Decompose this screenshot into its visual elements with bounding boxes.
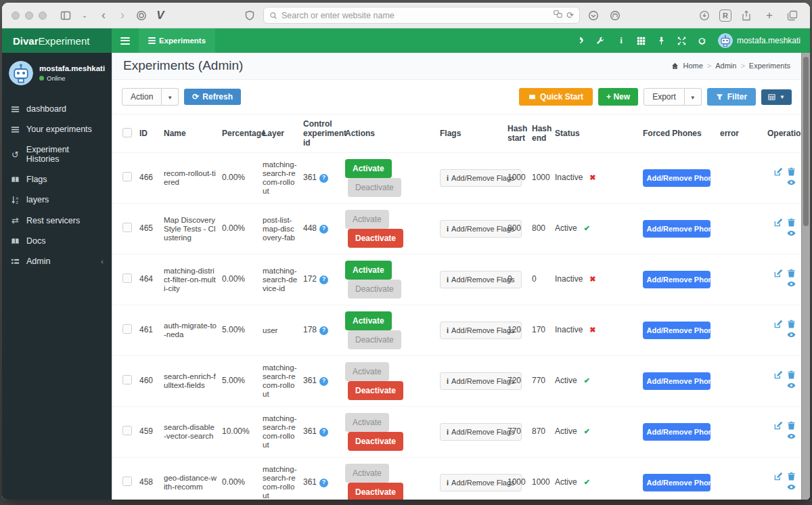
extension-target-icon[interactable] <box>133 7 150 24</box>
address-bar[interactable]: Search or enter website name ⟳ <box>263 7 580 24</box>
deactivate-button[interactable]: Deactivate <box>348 483 403 500</box>
tab-overview-icon[interactable] <box>784 7 800 24</box>
scrollbar[interactable] <box>801 53 810 500</box>
row-checkbox[interactable] <box>122 324 132 334</box>
edit-icon[interactable] <box>774 370 783 379</box>
downloads-icon[interactable] <box>696 7 713 24</box>
reload-icon[interactable]: ⟳ <box>566 10 574 20</box>
deactivate-button[interactable]: Deactivate <box>348 330 401 349</box>
new-button[interactable]: + New <box>598 88 638 106</box>
help-icon[interactable]: ? <box>319 326 328 335</box>
settings-gear-icon[interactable] <box>572 32 589 49</box>
row-checkbox[interactable] <box>122 273 132 283</box>
export-button[interactable]: Export <box>644 88 685 106</box>
filter-button[interactable]: Filter <box>707 88 756 106</box>
view-icon[interactable] <box>787 280 796 288</box>
view-icon[interactable] <box>787 483 796 491</box>
pocket-icon[interactable] <box>585 7 602 24</box>
activate-button[interactable]: Activate <box>345 464 389 483</box>
deactivate-button[interactable]: Deactivate <box>348 280 401 299</box>
help-icon[interactable]: ? <box>319 276 328 284</box>
delete-icon[interactable] <box>787 370 796 379</box>
view-icon[interactable] <box>787 381 796 390</box>
deactivate-button[interactable]: Deactivate <box>348 432 403 451</box>
sidebar-item-dashboard[interactable]: dashboard <box>2 99 112 119</box>
edit-icon[interactable] <box>774 472 783 481</box>
fullscreen-icon[interactable] <box>673 32 691 49</box>
add-remove-phone-button[interactable]: Add/Remove Phone <box>643 322 710 339</box>
view-icon[interactable] <box>787 229 796 238</box>
translate-icon[interactable] <box>554 10 562 21</box>
sidebar-item-your-experiments[interactable]: Your experiments <box>2 119 112 139</box>
back-button[interactable]: ‹ <box>95 7 112 24</box>
add-remove-phone-button[interactable]: Add/Remove Phone <box>643 220 710 238</box>
pin-icon[interactable] <box>653 32 671 49</box>
activate-button[interactable]: Activate <box>345 210 389 229</box>
row-checkbox[interactable] <box>122 375 132 385</box>
row-checkbox[interactable] <box>122 477 132 486</box>
scrollbar-thumb[interactable] <box>803 57 809 226</box>
sidebar-item-experiment-histories[interactable]: ↺ Experiment Histories <box>2 139 112 169</box>
app-logo[interactable]: DivarExperiment <box>2 28 112 53</box>
sidebar-collapse-button[interactable] <box>112 28 139 53</box>
quick-start-button[interactable]: Quick Start <box>519 88 593 106</box>
delete-icon[interactable] <box>787 472 796 481</box>
activate-button[interactable]: Activate <box>345 261 392 280</box>
edit-icon[interactable] <box>774 218 783 227</box>
row-checkbox[interactable] <box>122 172 132 181</box>
sidebar-item-admin[interactable]: Admin ‹ <box>2 251 112 271</box>
delete-icon[interactable] <box>787 218 796 227</box>
action-button[interactable]: Action <box>122 88 162 106</box>
tab-experiments[interactable]: Experiments <box>139 28 215 53</box>
apps-grid-icon[interactable] <box>633 32 650 49</box>
share-icon[interactable] <box>738 7 754 24</box>
help-icon[interactable]: ? <box>319 225 328 234</box>
extension-m-icon[interactable] <box>607 7 623 24</box>
new-tab-icon[interactable]: + <box>761 7 777 24</box>
add-remove-phone-button[interactable]: Add/Remove Phone <box>643 423 710 441</box>
view-icon[interactable] <box>787 432 796 441</box>
export-dropdown-button[interactable]: ▼ <box>685 88 702 106</box>
extension-r-icon[interactable]: R <box>719 9 731 22</box>
row-checkbox[interactable] <box>122 426 132 435</box>
sidebar-item-docs[interactable]: Docs <box>2 231 112 251</box>
help-icon[interactable]: ? <box>319 479 328 487</box>
chevron-down-icon[interactable]: ⌄ <box>76 7 93 24</box>
deactivate-button[interactable]: Deactivate <box>348 229 403 248</box>
deactivate-button[interactable]: Deactivate <box>348 381 403 400</box>
add-remove-phone-button[interactable]: Add/Remove Phone <box>643 474 710 491</box>
columns-button[interactable]: ▼ <box>761 89 792 105</box>
sidebar-item-layers[interactable]: AZ layers <box>2 190 112 210</box>
refresh-icon[interactable] <box>694 32 711 49</box>
deactivate-button[interactable]: Deactivate <box>348 178 401 197</box>
refresh-button[interactable]: ⟳Refresh <box>184 89 241 105</box>
add-remove-phone-button[interactable]: Add/Remove Phone <box>643 372 710 390</box>
user-menu[interactable]: mostafa.meshkati <box>718 33 800 48</box>
wrench-icon[interactable] <box>592 32 610 49</box>
edit-icon[interactable] <box>774 320 783 328</box>
add-remove-phone-button[interactable]: Add/Remove Phone <box>643 271 710 288</box>
activate-button[interactable]: Activate <box>345 413 389 432</box>
shield-icon[interactable] <box>242 7 258 24</box>
sidebar-item-rest-servicers[interactable]: ⇄ Rest servicers <box>2 210 112 231</box>
delete-icon[interactable] <box>787 320 796 328</box>
forward-button[interactable]: › <box>114 7 131 24</box>
delete-icon[interactable] <box>787 269 796 278</box>
view-icon[interactable] <box>787 178 796 187</box>
delete-icon[interactable] <box>787 421 796 430</box>
breadcrumb-home[interactable]: Home <box>683 62 702 70</box>
activate-button[interactable]: Activate <box>345 311 392 330</box>
info-icon[interactable]: i <box>612 32 630 49</box>
edit-icon[interactable] <box>774 269 783 278</box>
breadcrumb-admin[interactable]: Admin <box>715 62 736 70</box>
sidebar-toggle-icon[interactable] <box>58 7 74 24</box>
sidebar-item-flags[interactable]: Flags <box>2 169 112 190</box>
activate-button[interactable]: Activate <box>345 159 392 178</box>
extension-v-icon[interactable]: V <box>152 7 168 24</box>
close-window-button[interactable] <box>12 12 20 20</box>
view-icon[interactable] <box>787 330 796 339</box>
help-icon[interactable]: ? <box>319 377 328 386</box>
delete-icon[interactable] <box>787 167 796 176</box>
minimize-window-button[interactable] <box>25 12 33 20</box>
select-all-checkbox[interactable] <box>122 128 132 137</box>
